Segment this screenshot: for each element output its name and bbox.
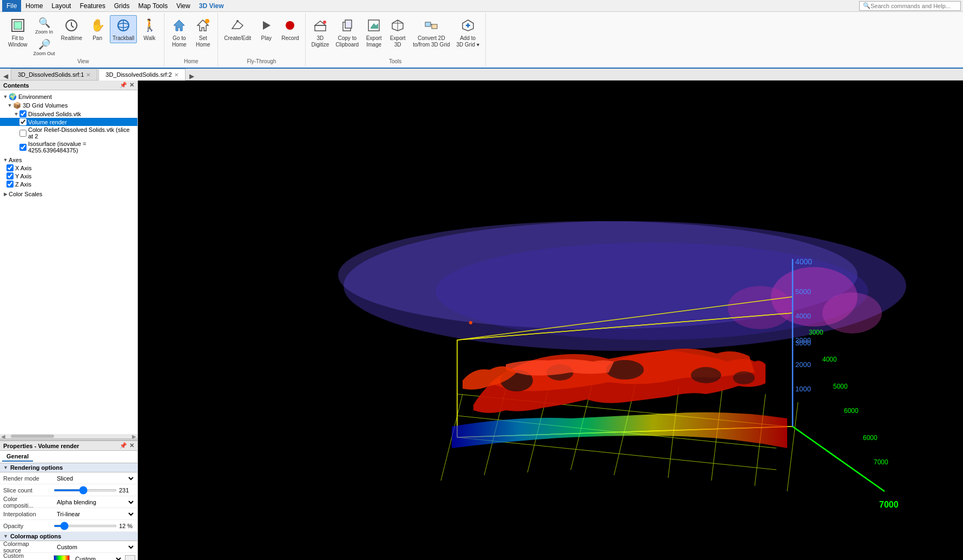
tab-nav-right[interactable]: ▶ <box>187 72 197 80</box>
search-input[interactable] <box>870 3 957 9</box>
walk-button[interactable]: 🚶 Walk <box>138 15 161 43</box>
rendering-toggle[interactable]: ▼ <box>3 465 8 470</box>
copy-to-clipboard-button[interactable]: Copy toClipboard <box>333 15 361 50</box>
convert-2d-icon <box>423 17 440 34</box>
convert-2d-button[interactable]: Convert 2Dto/from 3D Grid <box>410 15 452 50</box>
custom-colormap-label: Custom colormap <box>0 552 51 561</box>
dissolved-solids-label: Dissolved Solids.vtk <box>28 111 81 117</box>
x-axis-checkbox[interactable] <box>6 164 14 171</box>
export-image-button[interactable]: ExportImage <box>362 15 385 50</box>
custom-colormap-select[interactable]: Custom <box>72 555 123 561</box>
menu-map-tools[interactable]: Map Tools <box>134 0 172 12</box>
tree-item-axes[interactable]: ▼ Axes <box>0 156 137 164</box>
tree-item-environment[interactable]: ▼ 🌍 Environment <box>0 92 137 101</box>
close-contents-icon[interactable]: ✕ <box>129 82 134 89</box>
svg-rect-12 <box>315 25 326 31</box>
3d-grid-volumes-expander[interactable]: ▼ <box>6 102 13 109</box>
play-button[interactable]: Play <box>255 15 278 43</box>
color-compositing-value: Alpha blending Maximum Minimum <box>51 498 137 506</box>
record-button[interactable]: Record <box>279 15 301 43</box>
contents-scrollbar[interactable]: ◀ ▶ <box>0 434 137 438</box>
dissolved-expander[interactable]: ▼ <box>13 111 19 117</box>
tree-item-color-scales[interactable]: ▶ Color Scales <box>0 190 137 198</box>
interpolation-label: Interpolation <box>0 511 51 517</box>
scrollbar-thumb[interactable] <box>11 435 54 438</box>
tree-item-dissolved-solids[interactable]: ▼ Dissolved Solids.vtk <box>0 110 137 118</box>
y-axis-checkbox[interactable] <box>6 172 14 179</box>
color-relief-checkbox[interactable] <box>19 130 27 137</box>
menu-layout[interactable]: Layout <box>47 0 75 12</box>
tree-item-isosurface[interactable]: Isosurface (isovalue = 4255.6396484375) <box>0 140 137 154</box>
render-mode-select[interactable]: Sliced MIP Alpha <box>54 475 135 482</box>
dissolved-checkbox[interactable] <box>19 110 27 117</box>
3d-grid-volumes-label: 3D Grid Volumes <box>23 102 68 109</box>
render-mode-value: Sliced MIP Alpha <box>51 475 137 482</box>
trackball-button[interactable]: Trackball <box>110 15 137 43</box>
add-to-3d-grid-button[interactable]: Add to3D Grid ▾ <box>454 15 482 50</box>
tree-item-z-axis[interactable]: Z Axis <box>0 180 137 188</box>
create-edit-button[interactable]: Create/Edit <box>221 15 254 43</box>
tree-item-x-axis[interactable]: X Axis <box>0 164 137 172</box>
tree-item-color-relief[interactable]: Color Relief-Dissolved Solids.vtk (slice… <box>0 126 137 140</box>
ribbon-group-flythrough: Create/Edit Play Record Fly-Through <box>218 13 305 66</box>
isosurface-checkbox[interactable] <box>19 144 27 151</box>
tree-item-volume-render[interactable]: Volume render <box>0 118 137 126</box>
ribbon: Fit toWindow 🔍 Zoom In 🔎 Zoom Out Realti… <box>0 12 963 69</box>
flythrough-group-label: Fly-Through <box>247 57 276 64</box>
fit-window-button[interactable]: Fit toWindow <box>5 15 30 50</box>
walk-label: Walk <box>143 35 155 42</box>
svg-point-71 <box>469 321 472 324</box>
home-group-label: Home <box>184 57 199 64</box>
axes-expander[interactable]: ▼ <box>2 157 9 163</box>
set-home-button[interactable]: SetHome <box>192 15 214 50</box>
view-group-label: View <box>77 57 89 64</box>
colormap-source-select[interactable]: Custom Auto <box>54 543 135 551</box>
record-label: Record <box>281 35 299 42</box>
pin-props-icon[interactable]: 📌 <box>120 442 127 449</box>
tab-nav-left[interactable]: ◀ <box>0 72 11 80</box>
export-3d-button[interactable]: Export3D <box>386 15 409 50</box>
slice-count-slider[interactable] <box>54 489 117 491</box>
menu-bar: File Home Layout Features Grids Map Tool… <box>0 0 963 12</box>
3d-digitize-button[interactable]: 3DDigitize <box>309 15 332 50</box>
file-menu[interactable]: File <box>2 0 21 12</box>
svg-text:5000: 5000 <box>833 383 848 390</box>
tab-1-close[interactable]: ✕ <box>86 72 90 78</box>
menu-features[interactable]: Features <box>75 0 109 12</box>
zoom-out-label: Zoom Out <box>34 51 55 56</box>
pin-icon[interactable]: 📌 <box>120 82 127 89</box>
menu-view[interactable]: View <box>172 0 195 12</box>
tab-1[interactable]: 3D_DissolvedSolids.srf:1 ✕ <box>11 69 97 80</box>
interpolation-row: Interpolation Tri-linear Nearest <box>0 508 137 520</box>
render-mode-row: Render mode Sliced MIP Alpha <box>0 472 137 484</box>
tab-bar: ◀ 3D_DissolvedSolids.srf:1 ✕ 3D_Dissolve… <box>0 69 963 81</box>
menu-grids[interactable]: Grids <box>110 0 134 12</box>
color-compositing-select[interactable]: Alpha blending Maximum Minimum <box>54 498 135 506</box>
tab-1-label: 3D_DissolvedSolids.srf:1 <box>18 71 84 78</box>
realtime-button[interactable]: Realtime <box>58 15 85 43</box>
color-scales-expander[interactable]: ▶ <box>2 191 9 197</box>
tree-item-3d-grid-volumes[interactable]: ▼ 📦 3D Grid Volumes <box>0 101 137 110</box>
zoom-out-button[interactable]: 🔎 Zoom Out <box>31 37 57 57</box>
z-axis-checkbox[interactable] <box>6 181 14 188</box>
general-tab[interactable]: General <box>2 452 33 462</box>
menu-3d-view[interactable]: 3D View <box>195 0 228 12</box>
svg-point-70 <box>733 371 755 384</box>
colormap-toggle[interactable]: ▼ <box>3 534 8 539</box>
colormap-preview[interactable] <box>54 555 70 561</box>
environment-expander[interactable]: ▼ <box>2 94 9 100</box>
menu-home[interactable]: Home <box>21 0 47 12</box>
svg-rect-16 <box>345 20 352 28</box>
volume-render-checkbox[interactable] <box>19 118 27 125</box>
close-props-icon[interactable]: ✕ <box>129 442 134 449</box>
pan-button[interactable]: ✋ Pan <box>86 15 109 43</box>
colormap-edit-button[interactable]: … <box>125 555 135 561</box>
zoom-in-button[interactable]: 🔍 Zoom In <box>31 15 57 36</box>
go-to-home-button[interactable]: Go toHome <box>168 15 190 50</box>
tab-2-close[interactable]: ✕ <box>174 72 179 78</box>
opacity-slider[interactable] <box>54 525 117 527</box>
ribbon-group-view: Fit toWindow 🔍 Zoom In 🔎 Zoom Out Realti… <box>2 13 164 66</box>
tree-item-y-axis[interactable]: Y Axis <box>0 172 137 180</box>
interpolation-select[interactable]: Tri-linear Nearest <box>54 510 135 518</box>
tab-2[interactable]: 3D_DissolvedSolids.srf:2 ✕ <box>98 69 185 81</box>
